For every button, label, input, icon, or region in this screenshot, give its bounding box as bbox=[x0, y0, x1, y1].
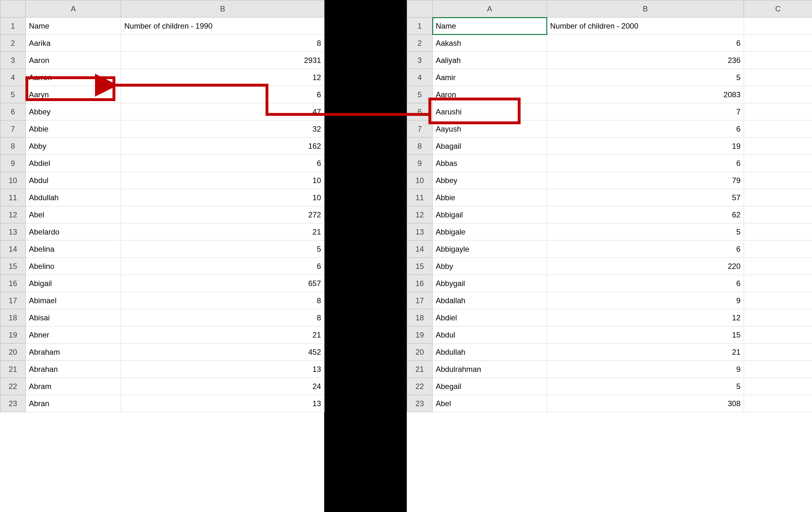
cell[interactable] bbox=[744, 86, 812, 103]
row-header[interactable]: 3 bbox=[0, 52, 26, 69]
cell[interactable]: Aakash bbox=[433, 35, 547, 52]
cell[interactable]: 2931 bbox=[121, 52, 324, 69]
row-header[interactable]: 17 bbox=[0, 292, 26, 309]
cell[interactable]: 21 bbox=[121, 223, 324, 240]
cell[interactable]: Abraham bbox=[26, 344, 121, 361]
row-header[interactable]: 16 bbox=[407, 275, 433, 292]
row-header[interactable]: 5 bbox=[0, 86, 26, 103]
cell[interactable]: Abbey bbox=[433, 172, 547, 189]
cell[interactable] bbox=[744, 344, 812, 361]
cell[interactable] bbox=[744, 120, 812, 138]
row-header[interactable]: 9 bbox=[407, 155, 433, 172]
cell[interactable]: 8 bbox=[121, 309, 324, 326]
row-header[interactable]: 15 bbox=[407, 258, 433, 275]
row-header[interactable]: 6 bbox=[0, 103, 26, 120]
row-header[interactable]: 20 bbox=[407, 344, 433, 361]
col-header-A[interactable]: A bbox=[433, 0, 547, 18]
row-header[interactable]: 8 bbox=[0, 138, 26, 155]
row-header[interactable]: 21 bbox=[407, 361, 433, 378]
cell[interactable]: Abdulrahman bbox=[433, 361, 547, 378]
cell[interactable]: 79 bbox=[547, 172, 744, 189]
cell[interactable]: Abbie bbox=[26, 120, 121, 138]
cell[interactable] bbox=[744, 326, 812, 344]
cell[interactable]: Aayush bbox=[433, 120, 547, 138]
cell[interactable]: Abbigayle bbox=[433, 240, 547, 258]
cell[interactable]: Abbygail bbox=[433, 275, 547, 292]
cell[interactable]: Aaron bbox=[26, 52, 121, 69]
cell[interactable]: 6 bbox=[121, 155, 324, 172]
row-header[interactable]: 12 bbox=[407, 206, 433, 223]
cell[interactable] bbox=[744, 103, 812, 120]
row-header[interactable]: 4 bbox=[407, 69, 433, 86]
cell[interactable]: 162 bbox=[121, 138, 324, 155]
col-header-A[interactable]: A bbox=[26, 0, 121, 18]
cell[interactable] bbox=[744, 275, 812, 292]
cell[interactable] bbox=[744, 172, 812, 189]
cell[interactable]: 6 bbox=[547, 275, 744, 292]
cell[interactable]: 13 bbox=[121, 361, 324, 378]
cell[interactable]: 6 bbox=[547, 35, 744, 52]
cell[interactable]: 12 bbox=[547, 309, 744, 326]
cell[interactable]: Aarika bbox=[26, 35, 121, 52]
cell[interactable]: Abbie bbox=[433, 189, 547, 206]
cell[interactable] bbox=[744, 292, 812, 309]
cell[interactable] bbox=[744, 18, 812, 35]
cell[interactable]: 5 bbox=[121, 240, 324, 258]
cell[interactable] bbox=[744, 240, 812, 258]
row-header[interactable]: 1 bbox=[407, 18, 433, 35]
cell[interactable]: 12 bbox=[121, 69, 324, 86]
row-header[interactable]: 7 bbox=[407, 120, 433, 138]
row-header[interactable]: 2 bbox=[0, 35, 26, 52]
row-header[interactable]: 16 bbox=[0, 275, 26, 292]
row-header[interactable]: 11 bbox=[0, 189, 26, 206]
cell[interactable]: 21 bbox=[547, 344, 744, 361]
cell[interactable]: Abel bbox=[26, 206, 121, 223]
row-header[interactable]: 17 bbox=[407, 292, 433, 309]
cell[interactable]: Abbigail bbox=[433, 206, 547, 223]
cell[interactable]: 9 bbox=[547, 361, 744, 378]
cell[interactable]: 452 bbox=[121, 344, 324, 361]
row-header[interactable]: 14 bbox=[407, 240, 433, 258]
cell[interactable]: Abdiel bbox=[26, 155, 121, 172]
row-header[interactable]: 2 bbox=[407, 35, 433, 52]
row-header[interactable]: 14 bbox=[0, 240, 26, 258]
row-header[interactable]: 1 bbox=[0, 18, 26, 35]
cell[interactable]: 24 bbox=[121, 378, 324, 395]
corner-cell[interactable] bbox=[407, 0, 433, 18]
cell[interactable]: Abimael bbox=[26, 292, 121, 309]
row-header[interactable]: 13 bbox=[407, 223, 433, 240]
cell[interactable]: Abelardo bbox=[26, 223, 121, 240]
cell[interactable]: Abdullah bbox=[433, 344, 547, 361]
cell[interactable]: 10 bbox=[121, 189, 324, 206]
cell[interactable]: Aamir bbox=[433, 69, 547, 86]
cell[interactable]: 47 bbox=[121, 103, 324, 120]
cell[interactable]: Name bbox=[26, 18, 121, 35]
cell[interactable]: 32 bbox=[121, 120, 324, 138]
cell[interactable]: 9 bbox=[547, 292, 744, 309]
cell[interactable]: Abigail bbox=[26, 275, 121, 292]
row-header[interactable]: 11 bbox=[407, 189, 433, 206]
cell[interactable]: 6 bbox=[121, 86, 324, 103]
row-header[interactable]: 3 bbox=[407, 52, 433, 69]
cell[interactable]: 220 bbox=[547, 258, 744, 275]
cell[interactable] bbox=[744, 309, 812, 326]
row-header[interactable]: 23 bbox=[0, 395, 26, 412]
cell[interactable] bbox=[744, 155, 812, 172]
row-header[interactable]: 8 bbox=[407, 138, 433, 155]
cell[interactable] bbox=[744, 206, 812, 223]
cell[interactable] bbox=[744, 138, 812, 155]
cell[interactable]: Aaliyah bbox=[433, 52, 547, 69]
corner-cell[interactable] bbox=[0, 0, 26, 18]
cell[interactable] bbox=[744, 395, 812, 412]
cell[interactable]: 5 bbox=[547, 223, 744, 240]
row-header[interactable]: 18 bbox=[0, 309, 26, 326]
cell[interactable]: 10 bbox=[121, 172, 324, 189]
cell[interactable]: Abel bbox=[433, 395, 547, 412]
row-header[interactable]: 9 bbox=[0, 155, 26, 172]
cell[interactable]: 8 bbox=[121, 35, 324, 52]
cell[interactable]: Abby bbox=[433, 258, 547, 275]
cell[interactable]: 62 bbox=[547, 206, 744, 223]
cell[interactable]: Name bbox=[433, 18, 547, 35]
col-header-C[interactable]: C bbox=[744, 0, 812, 18]
cell[interactable]: Abdullah bbox=[26, 189, 121, 206]
